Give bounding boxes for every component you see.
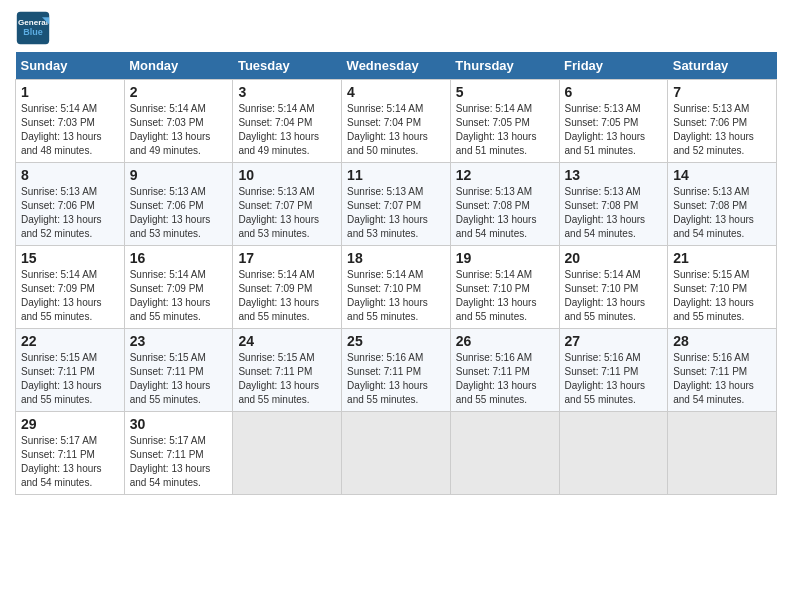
calendar-cell: 14Sunrise: 5:13 AM Sunset: 7:08 PM Dayli…	[668, 163, 777, 246]
day-number: 5	[456, 84, 554, 100]
calendar-cell: 29Sunrise: 5:17 AM Sunset: 7:11 PM Dayli…	[16, 412, 125, 495]
calendar-week-3: 15Sunrise: 5:14 AM Sunset: 7:09 PM Dayli…	[16, 246, 777, 329]
day-info: Sunrise: 5:13 AM Sunset: 7:07 PM Dayligh…	[347, 185, 445, 241]
day-info: Sunrise: 5:14 AM Sunset: 7:03 PM Dayligh…	[130, 102, 228, 158]
col-header-wednesday: Wednesday	[342, 52, 451, 80]
day-info: Sunrise: 5:15 AM Sunset: 7:11 PM Dayligh…	[238, 351, 336, 407]
day-info: Sunrise: 5:13 AM Sunset: 7:07 PM Dayligh…	[238, 185, 336, 241]
day-number: 6	[565, 84, 663, 100]
col-header-saturday: Saturday	[668, 52, 777, 80]
calendar-cell: 10Sunrise: 5:13 AM Sunset: 7:07 PM Dayli…	[233, 163, 342, 246]
day-info: Sunrise: 5:16 AM Sunset: 7:11 PM Dayligh…	[347, 351, 445, 407]
calendar-cell: 4Sunrise: 5:14 AM Sunset: 7:04 PM Daylig…	[342, 80, 451, 163]
day-info: Sunrise: 5:16 AM Sunset: 7:11 PM Dayligh…	[456, 351, 554, 407]
day-number: 8	[21, 167, 119, 183]
day-info: Sunrise: 5:16 AM Sunset: 7:11 PM Dayligh…	[673, 351, 771, 407]
day-number: 26	[456, 333, 554, 349]
calendar-cell: 16Sunrise: 5:14 AM Sunset: 7:09 PM Dayli…	[124, 246, 233, 329]
day-info: Sunrise: 5:13 AM Sunset: 7:06 PM Dayligh…	[673, 102, 771, 158]
day-info: Sunrise: 5:13 AM Sunset: 7:06 PM Dayligh…	[21, 185, 119, 241]
day-info: Sunrise: 5:15 AM Sunset: 7:10 PM Dayligh…	[673, 268, 771, 324]
calendar-cell	[668, 412, 777, 495]
day-number: 2	[130, 84, 228, 100]
day-info: Sunrise: 5:14 AM Sunset: 7:09 PM Dayligh…	[21, 268, 119, 324]
day-number: 28	[673, 333, 771, 349]
day-info: Sunrise: 5:15 AM Sunset: 7:11 PM Dayligh…	[21, 351, 119, 407]
col-header-sunday: Sunday	[16, 52, 125, 80]
calendar-cell	[342, 412, 451, 495]
calendar-header-row: SundayMondayTuesdayWednesdayThursdayFrid…	[16, 52, 777, 80]
day-number: 24	[238, 333, 336, 349]
day-number: 18	[347, 250, 445, 266]
day-number: 1	[21, 84, 119, 100]
day-number: 19	[456, 250, 554, 266]
calendar-cell: 15Sunrise: 5:14 AM Sunset: 7:09 PM Dayli…	[16, 246, 125, 329]
day-info: Sunrise: 5:15 AM Sunset: 7:11 PM Dayligh…	[130, 351, 228, 407]
day-number: 4	[347, 84, 445, 100]
calendar-week-5: 29Sunrise: 5:17 AM Sunset: 7:11 PM Dayli…	[16, 412, 777, 495]
col-header-friday: Friday	[559, 52, 668, 80]
logo: General Blue	[15, 10, 55, 46]
day-number: 21	[673, 250, 771, 266]
day-number: 25	[347, 333, 445, 349]
calendar-cell: 2Sunrise: 5:14 AM Sunset: 7:03 PM Daylig…	[124, 80, 233, 163]
calendar-cell: 7Sunrise: 5:13 AM Sunset: 7:06 PM Daylig…	[668, 80, 777, 163]
day-info: Sunrise: 5:13 AM Sunset: 7:08 PM Dayligh…	[673, 185, 771, 241]
day-info: Sunrise: 5:14 AM Sunset: 7:04 PM Dayligh…	[238, 102, 336, 158]
day-number: 14	[673, 167, 771, 183]
day-number: 23	[130, 333, 228, 349]
calendar-cell: 25Sunrise: 5:16 AM Sunset: 7:11 PM Dayli…	[342, 329, 451, 412]
day-number: 30	[130, 416, 228, 432]
day-info: Sunrise: 5:14 AM Sunset: 7:09 PM Dayligh…	[238, 268, 336, 324]
svg-text:Blue: Blue	[23, 27, 43, 37]
day-number: 20	[565, 250, 663, 266]
calendar-cell: 8Sunrise: 5:13 AM Sunset: 7:06 PM Daylig…	[16, 163, 125, 246]
calendar-cell: 22Sunrise: 5:15 AM Sunset: 7:11 PM Dayli…	[16, 329, 125, 412]
day-number: 27	[565, 333, 663, 349]
calendar-cell	[450, 412, 559, 495]
calendar-cell	[559, 412, 668, 495]
day-info: Sunrise: 5:16 AM Sunset: 7:11 PM Dayligh…	[565, 351, 663, 407]
day-info: Sunrise: 5:13 AM Sunset: 7:06 PM Dayligh…	[130, 185, 228, 241]
calendar-cell: 6Sunrise: 5:13 AM Sunset: 7:05 PM Daylig…	[559, 80, 668, 163]
header: General Blue	[15, 10, 777, 46]
day-info: Sunrise: 5:13 AM Sunset: 7:08 PM Dayligh…	[456, 185, 554, 241]
col-header-monday: Monday	[124, 52, 233, 80]
calendar-cell: 9Sunrise: 5:13 AM Sunset: 7:06 PM Daylig…	[124, 163, 233, 246]
col-header-tuesday: Tuesday	[233, 52, 342, 80]
calendar-cell: 27Sunrise: 5:16 AM Sunset: 7:11 PM Dayli…	[559, 329, 668, 412]
logo-icon: General Blue	[15, 10, 51, 46]
calendar-cell: 28Sunrise: 5:16 AM Sunset: 7:11 PM Dayli…	[668, 329, 777, 412]
calendar-cell: 17Sunrise: 5:14 AM Sunset: 7:09 PM Dayli…	[233, 246, 342, 329]
day-number: 16	[130, 250, 228, 266]
calendar-cell: 21Sunrise: 5:15 AM Sunset: 7:10 PM Dayli…	[668, 246, 777, 329]
col-header-thursday: Thursday	[450, 52, 559, 80]
day-number: 29	[21, 416, 119, 432]
day-number: 7	[673, 84, 771, 100]
calendar-cell: 19Sunrise: 5:14 AM Sunset: 7:10 PM Dayli…	[450, 246, 559, 329]
day-number: 11	[347, 167, 445, 183]
calendar-cell: 18Sunrise: 5:14 AM Sunset: 7:10 PM Dayli…	[342, 246, 451, 329]
day-number: 12	[456, 167, 554, 183]
svg-text:General: General	[18, 18, 48, 27]
calendar-cell: 12Sunrise: 5:13 AM Sunset: 7:08 PM Dayli…	[450, 163, 559, 246]
calendar-week-2: 8Sunrise: 5:13 AM Sunset: 7:06 PM Daylig…	[16, 163, 777, 246]
day-number: 22	[21, 333, 119, 349]
calendar-cell: 1Sunrise: 5:14 AM Sunset: 7:03 PM Daylig…	[16, 80, 125, 163]
day-info: Sunrise: 5:14 AM Sunset: 7:10 PM Dayligh…	[456, 268, 554, 324]
calendar-cell: 13Sunrise: 5:13 AM Sunset: 7:08 PM Dayli…	[559, 163, 668, 246]
calendar-cell: 11Sunrise: 5:13 AM Sunset: 7:07 PM Dayli…	[342, 163, 451, 246]
day-number: 13	[565, 167, 663, 183]
calendar-cell: 20Sunrise: 5:14 AM Sunset: 7:10 PM Dayli…	[559, 246, 668, 329]
calendar-cell: 3Sunrise: 5:14 AM Sunset: 7:04 PM Daylig…	[233, 80, 342, 163]
calendar-cell: 23Sunrise: 5:15 AM Sunset: 7:11 PM Dayli…	[124, 329, 233, 412]
day-info: Sunrise: 5:14 AM Sunset: 7:03 PM Dayligh…	[21, 102, 119, 158]
day-info: Sunrise: 5:14 AM Sunset: 7:09 PM Dayligh…	[130, 268, 228, 324]
day-number: 9	[130, 167, 228, 183]
day-info: Sunrise: 5:13 AM Sunset: 7:08 PM Dayligh…	[565, 185, 663, 241]
day-info: Sunrise: 5:14 AM Sunset: 7:10 PM Dayligh…	[565, 268, 663, 324]
day-info: Sunrise: 5:14 AM Sunset: 7:05 PM Dayligh…	[456, 102, 554, 158]
calendar-cell: 30Sunrise: 5:17 AM Sunset: 7:11 PM Dayli…	[124, 412, 233, 495]
day-number: 3	[238, 84, 336, 100]
day-info: Sunrise: 5:14 AM Sunset: 7:10 PM Dayligh…	[347, 268, 445, 324]
